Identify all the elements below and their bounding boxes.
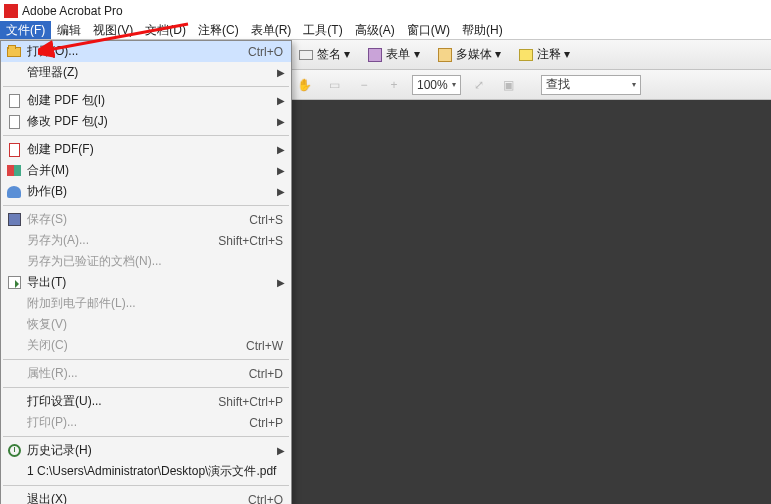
menu-2[interactable]: 视图(V): [87, 21, 139, 39]
submenu-arrow-icon: ▶: [277, 165, 285, 176]
menu-item-shortcut: Ctrl+S: [237, 213, 283, 227]
chevron-down-icon: ▾: [632, 80, 636, 89]
file-menu-item-4[interactable]: 修改 PDF 包(J)▶: [1, 111, 291, 132]
menu-separator: [3, 485, 289, 486]
menu-item-label: 管理器(Z): [27, 64, 283, 81]
menu-separator: [3, 205, 289, 206]
search-input[interactable]: 查找 ▾: [541, 75, 641, 95]
blank-icon: [5, 464, 23, 480]
merge-icon: [5, 163, 23, 179]
menu-item-label: 创建 PDF(F): [27, 141, 283, 158]
file-menu-item-16: 关闭(C)Ctrl+W: [1, 335, 291, 356]
menu-item-label: 1 C:\Users\Administrator\Desktop\演示文件.pd…: [27, 463, 283, 480]
comment-label: 注释 ▾: [537, 46, 570, 63]
file-menu-item-14: 附加到电子邮件(L)...: [1, 293, 291, 314]
menu-0[interactable]: 文件(F): [0, 21, 51, 39]
menu-item-label: 关闭(C): [27, 337, 234, 354]
menu-item-label: 打印设置(U)...: [27, 393, 206, 410]
menu-item-shortcut: Ctrl+W: [234, 339, 283, 353]
menu-4[interactable]: 注释(C): [192, 21, 245, 39]
file-menu-item-18: 属性(R)...Ctrl+D: [1, 363, 291, 384]
blank-icon: [5, 394, 23, 410]
menu-9[interactable]: 帮助(H): [456, 21, 509, 39]
form-button[interactable]: 表单 ▾: [361, 44, 426, 66]
menu-item-shortcut: Ctrl+O: [236, 45, 283, 59]
menu-1[interactable]: 编辑: [51, 21, 87, 39]
fit-width-button[interactable]: ⤢: [467, 74, 491, 96]
menu-item-label: 打开(O)...: [27, 43, 236, 60]
people-icon: [5, 184, 23, 200]
menu-7[interactable]: 高级(A): [349, 21, 401, 39]
menu-6[interactable]: 工具(T): [297, 21, 348, 39]
multimedia-button[interactable]: 多媒体 ▾: [431, 44, 508, 66]
search-placeholder: 查找: [546, 76, 570, 93]
menu-separator: [3, 135, 289, 136]
comment-button[interactable]: 注释 ▾: [512, 44, 577, 66]
export-icon: [5, 275, 23, 291]
file-menu-item-1[interactable]: 管理器(Z)▶: [1, 62, 291, 83]
chevron-down-icon: ▾: [452, 80, 456, 89]
menu-bar: 文件(F)编辑视图(V)文档(D)注释(C)表单(R)工具(T)高级(A)窗口(…: [0, 21, 771, 40]
menu-item-shortcut: Shift+Ctrl+P: [206, 395, 283, 409]
submenu-arrow-icon: ▶: [277, 445, 285, 456]
menu-item-label: 修改 PDF 包(J): [27, 113, 283, 130]
file-menu-item-20[interactable]: 打印设置(U)...Shift+Ctrl+P: [1, 391, 291, 412]
blank-icon: [5, 254, 23, 270]
zoom-value: 100%: [417, 78, 448, 92]
blank-icon: [5, 338, 23, 354]
zoom-in-button[interactable]: +: [382, 74, 406, 96]
blank-icon: [5, 233, 23, 249]
menu-item-label: 合并(M): [27, 162, 283, 179]
menu-item-shortcut: Ctrl+P: [237, 416, 283, 430]
menu-item-shortcut: Ctrl+Q: [236, 493, 283, 505]
select-tool-button[interactable]: ▭: [322, 74, 346, 96]
signature-icon: [299, 50, 313, 60]
menu-item-shortcut: Ctrl+D: [237, 367, 283, 381]
folder-icon: [5, 44, 23, 60]
file-menu-item-6[interactable]: 创建 PDF(F)▶: [1, 139, 291, 160]
hand-tool-button[interactable]: ✋: [292, 74, 316, 96]
menu-separator: [3, 86, 289, 87]
submenu-arrow-icon: ▶: [277, 144, 285, 155]
multimedia-icon: [438, 48, 452, 62]
file-menu-item-26[interactable]: 退出(X)Ctrl+Q: [1, 489, 291, 504]
menu-3[interactable]: 文档(D): [139, 21, 192, 39]
menu-item-label: 附加到电子邮件(L)...: [27, 295, 283, 312]
menu-separator: [3, 359, 289, 360]
file-menu-dropdown: 打开(O)...Ctrl+O管理器(Z)▶创建 PDF 包(I)▶修改 PDF …: [0, 40, 292, 504]
file-menu-item-10: 保存(S)Ctrl+S: [1, 209, 291, 230]
menu-item-label: 恢复(V): [27, 316, 283, 333]
menu-item-label: 属性(R)...: [27, 365, 237, 382]
pdf-icon: [5, 142, 23, 158]
page-icon: [5, 114, 23, 130]
file-menu-item-24[interactable]: 1 C:\Users\Administrator\Desktop\演示文件.pd…: [1, 461, 291, 482]
zoom-level-input[interactable]: 100% ▾: [412, 75, 461, 95]
menu-item-label: 导出(T): [27, 274, 283, 291]
blank-icon: [5, 415, 23, 431]
menu-5[interactable]: 表单(R): [245, 21, 298, 39]
menu-separator: [3, 436, 289, 437]
menu-item-label: 创建 PDF 包(I): [27, 92, 283, 109]
zoom-out-button[interactable]: −: [352, 74, 376, 96]
multimedia-label: 多媒体 ▾: [456, 46, 501, 63]
page-icon: [5, 93, 23, 109]
file-menu-item-0[interactable]: 打开(O)...Ctrl+O: [1, 41, 291, 62]
menu-8[interactable]: 窗口(W): [401, 21, 456, 39]
menu-item-label: 另存为(A)...: [27, 232, 206, 249]
submenu-arrow-icon: ▶: [277, 67, 285, 78]
file-menu-item-8[interactable]: 协作(B)▶: [1, 181, 291, 202]
file-menu-item-13[interactable]: 导出(T)▶: [1, 272, 291, 293]
submenu-arrow-icon: ▶: [277, 116, 285, 127]
menu-item-label: 历史记录(H): [27, 442, 283, 459]
fit-page-button[interactable]: ▣: [497, 74, 521, 96]
menu-item-shortcut: Shift+Ctrl+S: [206, 234, 283, 248]
form-icon: [368, 48, 382, 62]
file-menu-item-21: 打印(P)...Ctrl+P: [1, 412, 291, 433]
save-icon: [5, 212, 23, 228]
sign-button[interactable]: 签名 ▾: [292, 44, 357, 66]
file-menu-item-23[interactable]: 历史记录(H)▶: [1, 440, 291, 461]
blank-icon: [5, 366, 23, 382]
file-menu-item-3[interactable]: 创建 PDF 包(I)▶: [1, 90, 291, 111]
comment-icon: [519, 49, 533, 61]
file-menu-item-7[interactable]: 合并(M)▶: [1, 160, 291, 181]
